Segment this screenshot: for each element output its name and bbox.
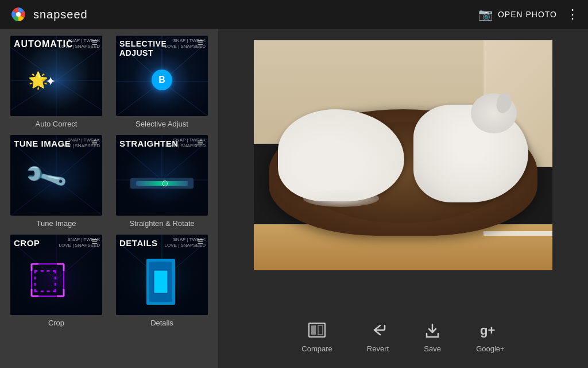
tool-card-details-label: Details xyxy=(150,319,173,327)
straighten-bubble-icon xyxy=(162,181,168,186)
straighten-level-bar xyxy=(136,181,188,186)
main-content: 🌟 ✦ AUTOMATIC SNAP | TWEAKLOVE | SNAPSEE… xyxy=(0,29,588,368)
photo-dog2 xyxy=(413,105,528,202)
auto-correct-sparkle-icon: ✦ xyxy=(45,74,56,89)
auto-correct-card-icon: ≡ xyxy=(91,37,98,49)
google-plus-label: Google+ xyxy=(476,344,505,353)
tool-card-tune-image-image: 🔧 TUNE IMAGE SNAP | TWEAKLOVE | SNAPSEED… xyxy=(10,135,102,216)
tool-card-crop-image: ⬚ CROP SNAP | TWEAKLOVE | xyxy=(10,235,102,315)
straighten-card-icon: ≡ xyxy=(197,136,203,148)
snapseed-logo-icon xyxy=(9,5,28,24)
tool-card-crop[interactable]: ⬚ CROP SNAP | TWEAKLOVE | xyxy=(7,235,106,327)
tool-card-selective-adjust[interactable]: B SELECTIVEADJUST SNAP | TWEAKLOVE | SNA… xyxy=(113,36,211,128)
more-options-icon: ⋮ xyxy=(566,7,579,22)
header-left: snapseed xyxy=(9,5,88,24)
compare-label: Compare xyxy=(301,344,332,353)
revert-button[interactable]: Revert xyxy=(367,322,389,353)
tune-image-card-icon: ≡ xyxy=(91,136,98,148)
selective-adjust-card-icon: ≡ xyxy=(197,37,203,49)
tool-card-straighten-image: STRAIGHTEN SNAP | TWEAKLOVE | SNAPSEED ≡ xyxy=(116,135,208,216)
bottom-toolbar: Compare Revert xyxy=(301,316,504,359)
svg-rect-49 xyxy=(154,270,168,293)
open-photo-label: OPEN PHOTO xyxy=(498,10,557,19)
svg-rect-34 xyxy=(32,264,64,296)
header-right: 📷 OPEN PHOTO ⋮ xyxy=(478,7,579,22)
save-icon xyxy=(423,322,442,342)
tool-card-selective-adjust-label: Selective Adjust xyxy=(136,120,188,128)
tool-card-tune-image[interactable]: 🔧 TUNE IMAGE SNAP | TWEAKLOVE | SNAPSEED… xyxy=(7,135,106,228)
tool-card-auto-correct-label: Auto Correct xyxy=(36,120,78,128)
details-card-icon: ≡ xyxy=(197,236,203,248)
tool-card-auto-correct[interactable]: 🌟 ✦ AUTOMATIC SNAP | TWEAKLOVE | SNAPSEE… xyxy=(7,36,106,128)
tool-card-straighten-label: Straighten & Rotate xyxy=(129,219,194,228)
selective-adjust-point-icon: B xyxy=(152,70,172,90)
app-name: snapseed xyxy=(33,8,88,21)
revert-label: Revert xyxy=(367,344,389,353)
details-card-title: DETAILS xyxy=(119,238,158,248)
straighten-level-icon xyxy=(130,178,194,189)
header: snapseed 📷 OPEN PHOTO ⋮ xyxy=(0,0,588,29)
photo-baseboard xyxy=(483,231,552,236)
tool-card-details[interactable]: DETAILS SNAP | TWEAKLOVE | SNAPSEED ≡ De… xyxy=(113,235,211,327)
save-button[interactable]: Save xyxy=(423,322,442,353)
svg-rect-53 xyxy=(318,325,323,335)
revert-icon xyxy=(369,322,387,342)
crop-card-title: CROP xyxy=(14,238,40,248)
tool-card-crop-label: Crop xyxy=(48,319,64,327)
camera-icon: 📷 xyxy=(478,7,493,21)
crop-corners-icon xyxy=(30,263,65,297)
save-label: Save xyxy=(424,344,441,353)
right-panel: Compare Revert xyxy=(218,29,588,368)
svg-text:g+: g+ xyxy=(480,323,495,338)
google-plus-icon: g+ xyxy=(480,322,501,342)
tool-card-selective-adjust-image: B SELECTIVEADJUST SNAP | TWEAKLOVE | SNA… xyxy=(116,36,208,116)
tools-panel: 🌟 ✦ AUTOMATIC SNAP | TWEAKLOVE | SNAPSEE… xyxy=(0,29,218,368)
open-photo-button[interactable]: 📷 OPEN PHOTO xyxy=(478,7,557,21)
svg-rect-52 xyxy=(311,325,316,335)
tool-card-auto-correct-image: 🌟 ✦ AUTOMATIC SNAP | TWEAKLOVE | SNAPSEE… xyxy=(10,36,102,116)
crop-card-icon: ≡ xyxy=(91,236,98,248)
tool-card-tune-image-label: Tune Image xyxy=(37,219,76,228)
photo-dog2-head xyxy=(471,93,517,133)
tool-card-details-image: DETAILS SNAP | TWEAKLOVE | SNAPSEED ≡ xyxy=(116,235,208,315)
more-options-button[interactable]: ⋮ xyxy=(566,7,579,22)
tool-card-straighten[interactable]: STRAIGHTEN SNAP | TWEAKLOVE | SNAPSEED ≡… xyxy=(113,135,211,228)
photo-scene xyxy=(254,40,552,270)
photo-display xyxy=(254,40,552,270)
svg-point-0 xyxy=(16,12,21,17)
compare-button[interactable]: Compare xyxy=(301,322,332,353)
compare-icon xyxy=(308,322,326,342)
google-plus-button[interactable]: g+ Google+ xyxy=(476,322,505,353)
details-tool-icon xyxy=(144,259,178,305)
selective-adjust-card-title: SELECTIVEADJUST xyxy=(119,39,167,57)
